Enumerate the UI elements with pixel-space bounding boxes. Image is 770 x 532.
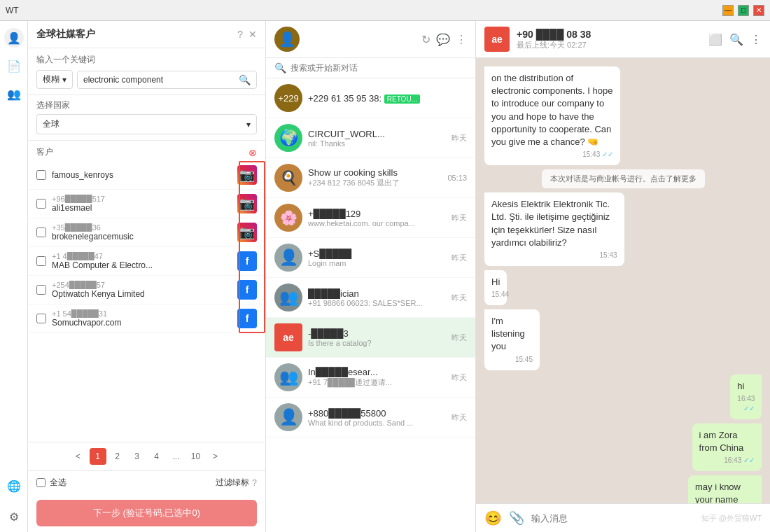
customer-checkbox-6[interactable]	[36, 314, 46, 323]
more-chat-icon[interactable]: ⋮	[750, 33, 762, 46]
customer-checkbox-2[interactable]	[36, 199, 46, 209]
chat-item-2[interactable]: 🌍 CIRCUIT_WORL... nil: Thanks 昨天	[266, 118, 475, 158]
chat-time-6: 昨天	[451, 293, 467, 303]
customers-list: famous_kenroys 📷 +96█████517 ali1esmael …	[28, 161, 265, 333]
fuzzy-label: 模糊	[43, 74, 59, 85]
user-icon[interactable]: 👤	[4, 28, 24, 48]
customer-checkbox-1[interactable]	[36, 170, 46, 180]
page-10-btn[interactable]: 10	[188, 448, 204, 465]
customer-item: famous_kenroys 📷	[28, 161, 265, 190]
customers-filter-icon[interactable]: ⊗	[248, 147, 257, 158]
customer-platform-1[interactable]: 📷	[237, 165, 257, 185]
close-panel-icon[interactable]: ✕	[248, 29, 257, 40]
customer-platform-5[interactable]: f	[237, 280, 257, 300]
customer-platform-6[interactable]: f	[237, 309, 257, 328]
keyword-input[interactable]	[83, 75, 239, 85]
maximize-button[interactable]: □	[738, 5, 749, 16]
customer-platform-4[interactable]: f	[237, 251, 257, 271]
country-chevron-icon: ▾	[246, 120, 251, 130]
contacts-icon[interactable]: 👥	[4, 84, 24, 104]
chat-item-3[interactable]: 🍳 Show ur cooking skills +234 812 736 80…	[266, 158, 475, 198]
chat-avatar-5: 👤	[274, 244, 302, 272]
chat-item-9[interactable]: 👤 +880█████55800 What kind of products. …	[266, 398, 475, 438]
chat-avatar-7: ae	[274, 323, 302, 351]
prev-page-btn[interactable]: <	[70, 448, 87, 465]
chat-input-area: 😊 📎 知乎 @外贸狼WT	[476, 503, 770, 532]
chat-search-input[interactable]	[290, 63, 467, 73]
left-panel-title: 全球社媒客户	[36, 28, 95, 41]
select-all-label[interactable]: 全选	[36, 477, 66, 489]
fuzzy-chevron-icon: ▾	[62, 75, 66, 85]
left-panel-header: 全球社媒客户 ? ✕	[28, 21, 265, 48]
emoji-button[interactable]: 😊	[484, 510, 502, 526]
search-input-wrap: 🔍	[77, 71, 257, 89]
filter-tag-text: 过滤绿标	[216, 477, 249, 489]
refresh-icon[interactable]: ↻	[421, 33, 430, 46]
document-icon[interactable]: 📄	[4, 56, 24, 76]
filter-tag-btn[interactable]: 过滤绿标 ?	[216, 477, 257, 489]
select-all-checkbox[interactable]	[36, 478, 46, 487]
customers-label: 客户	[36, 146, 53, 158]
titlebar: WT — □ ✕	[0, 0, 770, 21]
page-1-btn[interactable]: 1	[90, 448, 106, 465]
chat-item-7[interactable]: ae -█████3 Is there a catalog? 昨天	[266, 318, 475, 358]
msg-bubble-7: may i know your name 16:43 ✓✓	[688, 475, 762, 503]
chat-preview-9: What kind of products. Sand ...	[308, 419, 446, 427]
chat-header-icon-group: ⬜ 🔍 ⋮	[708, 33, 762, 46]
customer-info-4: +1 4█████47 MAB Computer & Electro...	[52, 252, 237, 270]
next-page-btn[interactable]: >	[207, 448, 224, 465]
customer-platform-2[interactable]: 📷	[237, 194, 257, 214]
chat-name-3: Show ur cooking skills	[308, 167, 442, 178]
customer-item: +1 4█████47 MAB Computer & Electro... f	[28, 247, 265, 276]
chat-time-2: 昨天	[451, 133, 467, 144]
message-input[interactable]	[531, 513, 694, 524]
customer-phone-4: +1 4█████47	[52, 252, 237, 260]
customer-item: +254█████57 Optiwatch Kenya Limited f	[28, 276, 265, 304]
system-message[interactable]: 本次对话是与商业帐号进行。点击了解更多	[542, 169, 705, 188]
chat-name-4: +█████129	[308, 209, 446, 219]
page-4-btn[interactable]: 4	[148, 448, 165, 465]
globe-icon[interactable]: 🌐	[4, 476, 24, 496]
customer-item: +35█████36 brokenelegancemusic 📷	[28, 218, 265, 247]
page-2-btn[interactable]: 2	[109, 448, 126, 465]
chat-name-7: -█████3	[308, 328, 446, 339]
chat-item-1[interactable]: +229 +229 61 35 95 38: RETOU...	[266, 78, 475, 118]
settings-icon[interactable]: ⚙	[4, 507, 24, 526]
msg-time-6: 16:43 ✓✓	[699, 456, 755, 465]
main-container: 👤 📄 👥 🌐 ⚙ 全球社媒客户 ? ✕ 输入一个关键词 模糊 ▾	[0, 21, 770, 532]
customer-name-6: Somuchvapor.com	[52, 318, 237, 328]
search-submit-icon[interactable]: 🔍	[239, 74, 251, 85]
customer-name-3: brokenelegancemusic	[52, 232, 237, 241]
search-chat-icon[interactable]: 🔍	[729, 33, 743, 46]
chat-header: ae +90 ████ 08 38 最后上线:今天 02:27 ⬜ 🔍 ⋮	[476, 21, 770, 58]
chat-header-info: +90 ████ 08 38 最后上线:今天 02:27	[517, 29, 701, 50]
chat-item-6[interactable]: 👥 █████ician +91 98866 06023: SALES*SER.…	[266, 278, 475, 318]
minimize-button[interactable]: —	[722, 5, 734, 16]
help-icon[interactable]: ?	[237, 29, 243, 40]
close-button[interactable]: ✕	[753, 5, 764, 16]
more-icon[interactable]: ⋮	[456, 33, 467, 46]
attach-button[interactable]: 📎	[509, 510, 524, 526]
chat-icon[interactable]: 💬	[436, 33, 450, 46]
chat-time-5: 昨天	[451, 253, 467, 263]
screen-share-icon[interactable]: ⬜	[708, 33, 722, 46]
chat-item-8[interactable]: 👥 In█████esear... +91 7█████通过邀请... 昨天	[266, 358, 475, 398]
left-panel: 全球社媒客户 ? ✕ 输入一个关键词 模糊 ▾ 🔍 选择国家	[28, 21, 266, 532]
messages-area: on the distribution of electronic compon…	[476, 58, 770, 503]
chat-item-5[interactable]: 👤 +S█████ Login mam 昨天	[266, 238, 475, 278]
next-step-button[interactable]: 下一步 (验证号码,已选中0)	[36, 500, 257, 526]
chat-name-6: █████ician	[308, 288, 446, 299]
country-label: 选择国家	[36, 99, 257, 111]
chat-preview-6: +91 98866 06023: SALES*SER...	[308, 299, 446, 307]
country-section: 选择国家 全球 ▾	[28, 95, 265, 141]
country-select[interactable]: 全球 ▾	[36, 114, 257, 134]
customer-checkbox-5[interactable]	[36, 285, 46, 295]
customer-name-2: ali1esmael	[52, 203, 237, 213]
customer-checkbox-3[interactable]	[36, 227, 46, 237]
fuzzy-select[interactable]: 模糊 ▾	[36, 70, 73, 89]
page-3-btn[interactable]: 3	[129, 448, 146, 465]
customer-checkbox-4[interactable]	[36, 256, 46, 266]
customer-platform-3[interactable]: 📷	[237, 223, 257, 242]
customer-name-4: MAB Computer & Electro...	[52, 260, 237, 270]
chat-item-4[interactable]: 🌸 +█████129 www.heketai.com. our compa..…	[266, 198, 475, 238]
